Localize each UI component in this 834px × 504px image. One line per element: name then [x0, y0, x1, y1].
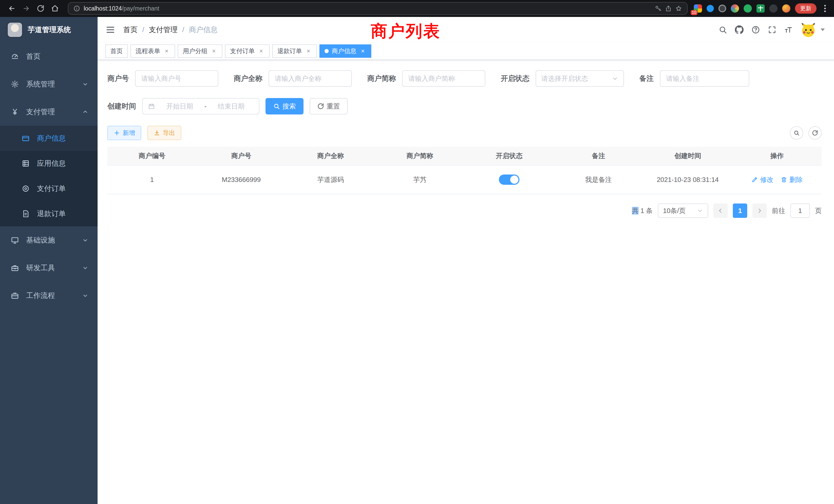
page-number-button[interactable]: 1	[733, 204, 747, 218]
full-name-input[interactable]	[269, 70, 352, 87]
extension-badge: 10	[691, 10, 697, 15]
status-select[interactable]: 请选择开启状态	[535, 70, 624, 87]
breadcrumb-payment[interactable]: 支付管理	[149, 25, 178, 35]
sidebar-item-workflow[interactable]: 工作流程	[0, 282, 97, 310]
table-header: 创建时间	[643, 147, 732, 165]
back-button[interactable]	[5, 2, 19, 15]
prev-page-button[interactable]	[713, 204, 728, 218]
sidebar-item-infrastructure[interactable]: 基础设施	[0, 226, 97, 254]
extension-icon[interactable]	[744, 4, 752, 13]
help-icon[interactable]	[751, 25, 760, 34]
tab-label: 退款订单	[277, 47, 302, 55]
search-icon[interactable]	[719, 25, 727, 34]
table-toolbar: 新增 导出	[107, 126, 822, 140]
fullscreen-icon[interactable]	[768, 25, 776, 34]
tab-home[interactable]: 首页	[105, 44, 128, 58]
breadcrumb-home[interactable]: 首页	[123, 25, 138, 35]
hamburger-icon[interactable]	[97, 25, 123, 35]
filter-label: 商户简称	[367, 74, 402, 84]
short-name-input[interactable]	[402, 70, 485, 87]
tab-user-group[interactable]: 用户分组 ×	[178, 44, 222, 58]
goto-page-input[interactable]	[790, 204, 810, 218]
sidebar-item-payment-order[interactable]: 支付订单	[0, 176, 97, 201]
merchant-no-input[interactable]	[135, 70, 218, 87]
reset-button[interactable]: 重置	[310, 98, 348, 114]
close-icon[interactable]: ×	[305, 48, 312, 54]
profile-avatar-icon[interactable]	[782, 4, 790, 13]
user-avatar[interactable]	[800, 22, 816, 38]
reload-button[interactable]	[34, 2, 47, 15]
sidebar-item-merchant-info[interactable]: 商户信息	[0, 126, 97, 151]
remark-input[interactable]	[660, 70, 749, 87]
sidebar-item-home[interactable]: 首页	[0, 43, 97, 70]
tab-process-form[interactable]: 流程表单 ×	[130, 44, 175, 58]
sidebar-item-system[interactable]: 系统管理	[0, 70, 97, 98]
extension-icon[interactable]	[707, 5, 714, 12]
next-page-button[interactable]	[752, 204, 767, 218]
url-path: /pay/merchant	[122, 5, 159, 12]
cell-status	[464, 165, 554, 194]
tab-refund-order[interactable]: 退款订单 ×	[272, 44, 317, 58]
close-icon[interactable]: ×	[359, 48, 366, 54]
font-size-icon[interactable]	[784, 25, 793, 34]
goto-label: 前往	[772, 206, 785, 215]
close-icon[interactable]: ×	[211, 48, 217, 54]
extension-icon[interactable]: 10	[694, 4, 702, 13]
close-icon[interactable]: ×	[258, 48, 264, 54]
logo-avatar	[7, 22, 23, 38]
export-button[interactable]: 导出	[147, 126, 181, 140]
delete-link[interactable]: 删除	[781, 175, 803, 184]
sidebar-item-payment[interactable]: 支付管理	[0, 98, 97, 126]
extension-icon[interactable]	[719, 5, 726, 12]
table-header: 商户全称	[286, 147, 375, 165]
breadcrumb-separator: /	[142, 26, 144, 34]
browser-menu-icon[interactable]	[821, 3, 829, 14]
site-info-icon[interactable]	[73, 5, 80, 12]
filter-create-time: 创建时间 开始日期 - 结束日期	[107, 98, 259, 114]
search-button[interactable]: 搜索	[265, 98, 304, 114]
forward-button[interactable]	[20, 2, 33, 15]
toggle-search-button[interactable]	[790, 126, 803, 140]
toolbox-icon	[11, 264, 19, 272]
start-date-placeholder: 开始日期	[157, 102, 202, 111]
sidebar-item-label: 工作流程	[26, 291, 82, 300]
filter-label: 备注	[639, 74, 660, 84]
edit-link[interactable]: 修改	[751, 175, 773, 184]
sidebar-item-label: 支付订单	[37, 184, 66, 193]
tab-merchant-info[interactable]: 商户信息 ×	[320, 44, 371, 58]
tab-payment-order[interactable]: 支付订单 ×	[225, 44, 270, 58]
share-icon[interactable]	[665, 5, 672, 12]
filter-label: 开启状态	[501, 74, 535, 84]
close-icon[interactable]: ×	[163, 48, 170, 54]
refresh-table-button[interactable]	[808, 126, 822, 140]
sidebar-item-refund-order[interactable]: 退款订单	[0, 201, 97, 226]
tab-label: 流程表单	[136, 47, 160, 55]
bookmark-star-icon[interactable]	[675, 5, 682, 12]
password-key-icon[interactable]	[655, 5, 661, 12]
date-range-input[interactable]: 开始日期 - 结束日期	[142, 98, 259, 114]
sidebar-item-dev-tools[interactable]: 研发工具	[0, 254, 97, 282]
chevron-down-icon	[697, 208, 703, 214]
breadcrumb: 首页 / 支付管理 / 商户信息	[123, 25, 218, 35]
sidebar-item-label: 基础设施	[26, 235, 82, 245]
filter-short-name: 商户简称	[367, 70, 485, 87]
extension-icon[interactable]	[769, 4, 777, 13]
status-toggle[interactable]	[499, 175, 520, 185]
filter-row-2: 创建时间 开始日期 - 结束日期 搜索 重置	[107, 98, 822, 114]
extension-icon[interactable]	[756, 4, 765, 13]
url-bar[interactable]: localhost:1024/pay/merchant	[68, 2, 688, 15]
home-button[interactable]	[48, 2, 62, 15]
page-unit-label: 页	[815, 206, 822, 215]
dashboard-icon	[11, 52, 19, 61]
export-button-label: 导出	[163, 129, 175, 137]
extension-icon[interactable]	[731, 4, 739, 13]
url-host: localhost:1024	[84, 5, 122, 12]
add-button[interactable]: 新增	[107, 126, 141, 140]
sidebar-item-label: 支付管理	[26, 107, 82, 117]
download-icon	[154, 130, 160, 136]
breadcrumb-separator: /	[182, 26, 184, 34]
sidebar-item-app-info[interactable]: 应用信息	[0, 151, 97, 176]
github-icon[interactable]	[735, 25, 744, 34]
page-size-select[interactable]: 10条/页	[658, 204, 708, 218]
browser-update-button[interactable]: 更新	[795, 3, 816, 14]
